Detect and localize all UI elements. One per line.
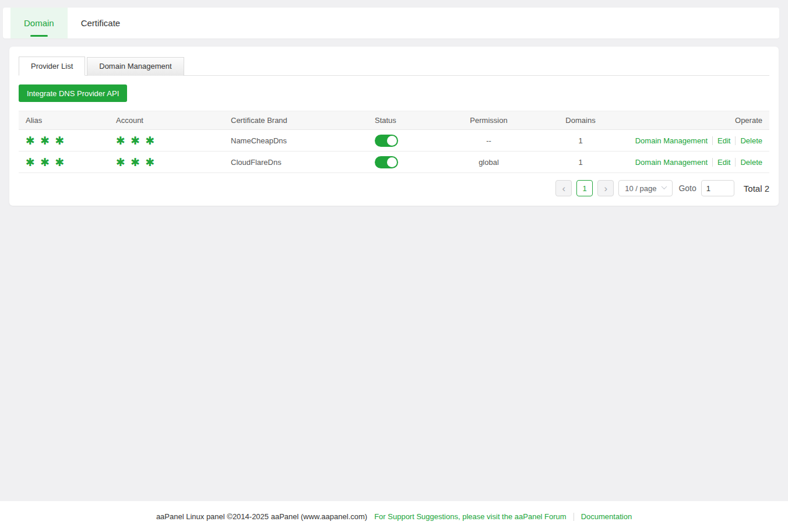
toggle-knob [387, 157, 397, 167]
account-cell: ✱ ✱ ✱ [109, 152, 224, 173]
top-tabs-bar: Domain Certificate [3, 8, 779, 38]
action-link-domain-management[interactable]: Domain Management [635, 136, 712, 145]
column-header-account: Account [109, 111, 224, 130]
goto-label: Goto [678, 184, 696, 193]
action-link-edit[interactable]: Edit [712, 158, 735, 167]
domains-cell: 1 [534, 130, 627, 152]
domains-cell: 1 [534, 152, 627, 173]
chevron-left-icon: ‹ [562, 184, 565, 193]
page-size-select[interactable]: 10 / page [618, 180, 673, 196]
status-cell [368, 130, 444, 152]
column-header-alias: Alias [19, 111, 109, 130]
footer-divider [574, 513, 574, 521]
tab-certificate[interactable]: Certificate [68, 8, 134, 38]
provider-table: Alias Account Certificate Brand Status P… [19, 111, 769, 173]
operate-cell: Domain ManagementEditDelete [627, 152, 769, 173]
tab-domain[interactable]: Domain [10, 8, 68, 38]
account-cell: ✱ ✱ ✱ [109, 130, 224, 152]
tab-provider-list[interactable]: Provider List [19, 57, 85, 76]
total-count: Total 2 [744, 184, 769, 193]
provider-table-body: ✱ ✱ ✱✱ ✱ ✱NameCheapDns--1Domain Manageme… [19, 130, 769, 173]
column-header-status: Status [368, 111, 444, 130]
column-header-certificate-brand: Certificate Brand [224, 111, 368, 130]
integrate-dns-provider-api-button[interactable]: Integrate DNS Provider API [19, 84, 127, 102]
status-toggle[interactable] [375, 135, 398, 147]
alias-cell: ✱ ✱ ✱ [19, 152, 109, 173]
operate-cell: Domain ManagementEditDelete [627, 130, 769, 152]
action-link-domain-management[interactable]: Domain Management [635, 158, 712, 167]
column-header-operate: Operate [627, 111, 769, 130]
column-header-permission: Permission [444, 111, 534, 130]
status-cell [368, 152, 444, 173]
forum-link[interactable]: For Support Suggestions, please visit th… [374, 512, 567, 521]
chevron-right-icon: › [604, 184, 607, 193]
active-tab-underline [30, 35, 48, 37]
action-link-delete[interactable]: Delete [735, 136, 762, 145]
provider-table-header: Alias Account Certificate Brand Status P… [19, 111, 769, 130]
footer: aaPanel Linux panel ©2014-2025 aaPanel (… [0, 501, 788, 532]
toggle-knob [387, 136, 397, 146]
permission-cell: global [444, 152, 534, 173]
table-row: ✱ ✱ ✱✱ ✱ ✱CloudFlareDnsglobal1Domain Man… [19, 152, 769, 173]
action-link-edit[interactable]: Edit [712, 136, 735, 145]
permission-cell: -- [444, 130, 534, 152]
table-row: ✱ ✱ ✱✱ ✱ ✱NameCheapDns--1Domain Manageme… [19, 130, 769, 152]
chevron-down-icon [662, 184, 667, 189]
pagination: ‹ 1 › 10 / page Goto Total 2 [19, 180, 769, 196]
dns-provider-card: Provider List Domain Management Integrat… [9, 47, 779, 206]
tab-certificate-label: Certificate [81, 18, 121, 28]
certificate-brand-cell: NameCheapDns [224, 130, 368, 152]
goto-page-input[interactable] [701, 180, 734, 196]
inner-tabs: Provider List Domain Management [19, 57, 769, 76]
documentation-link[interactable]: Documentation [581, 512, 632, 521]
tab-domain-management[interactable]: Domain Management [87, 57, 184, 76]
previous-page-button[interactable]: ‹ [555, 180, 572, 196]
certificate-brand-cell: CloudFlareDns [224, 152, 368, 173]
copyright-text: aaPanel Linux panel ©2014-2025 aaPanel (… [156, 512, 367, 521]
page-size-value: 10 / page [625, 184, 656, 193]
column-header-domains: Domains [534, 111, 627, 130]
alias-cell: ✱ ✱ ✱ [19, 130, 109, 152]
action-link-delete[interactable]: Delete [735, 158, 762, 167]
page-number-button[interactable]: 1 [576, 180, 593, 196]
status-toggle[interactable] [375, 156, 398, 168]
next-page-button[interactable]: › [597, 180, 614, 196]
tab-domain-label: Domain [24, 18, 54, 28]
